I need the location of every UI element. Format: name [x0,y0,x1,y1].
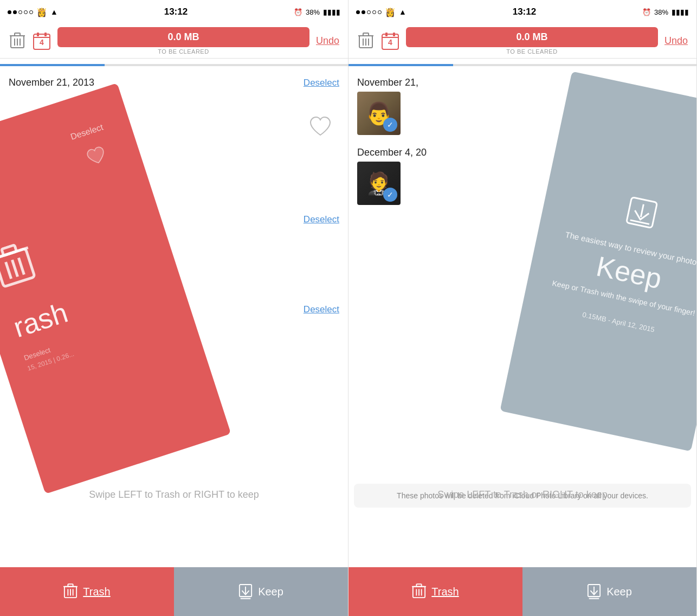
wifi-icon-right: ▲ [399,8,406,16]
signal-dots [8,10,33,14]
bottom-bar-left: Trash Keep [0,567,348,616]
trash-icon-toolbar-right[interactable] [357,31,375,51]
svg-rect-34 [385,33,388,36]
princess-emoji-right: 👸 [385,7,396,17]
keep-button-right[interactable]: Keep [522,567,696,616]
dot-4 [24,10,28,14]
dot-5 [29,10,33,14]
calendar-badge-left[interactable]: 4 [33,32,51,50]
wifi-icon: ▲ [50,8,58,16]
svg-line-15 [18,258,24,274]
status-right-right: ⏰ 38% ▮▮▮▮ [642,8,689,16]
keep-button-left[interactable]: Keep [174,567,348,616]
keep-btn-label-left: Keep [258,586,283,598]
deselect-link-left-1[interactable]: Deselect [304,78,339,88]
svg-rect-8 [37,33,39,36]
keep-btn-label-right: Keep [606,586,632,598]
trash-button-right[interactable]: Trash [348,567,522,616]
status-bar-left: 👸 ▲ 13:12 ⏰ 38% ▮▮▮▮ [0,0,348,24]
status-bar-right: 👸 ▲ 13:12 ⏰ 38% ▮▮▮▮ [348,0,696,24]
progress-bar-container-right [348,64,696,66]
heart-area [309,115,332,140]
calendar-num-left: 4 [40,37,44,46]
svg-rect-9 [44,33,47,36]
dot-r4 [372,10,376,14]
trash-button-left[interactable]: Trash [0,567,174,616]
date-section-left: November 21, 2013 Deselect [0,72,348,92]
svg-rect-12 [2,245,17,256]
svg-line-14 [12,260,17,277]
keep-download-icon [621,193,661,239]
main-content-right: November 21, ✓ December 4, 20 ✓ [348,72,696,567]
card-title-left: rash [9,296,72,344]
battery-text: 38% [306,8,320,16]
swipe-deselect: Deselect [69,123,105,142]
battery-icon-right: ▮▮▮▮ [672,8,689,16]
svg-line-13 [6,262,11,279]
dot-r1 [356,10,360,14]
progress-area-left [0,59,348,72]
progress-bar-container-left [0,64,348,66]
swipe-hint-right: Swipe LEFT to Trash or RIGHT to keep [348,477,696,513]
svg-rect-18 [68,584,73,587]
check-circle-2: ✓ [383,188,397,202]
left-phone-panel: 👸 ▲ 13:12 ⏰ 38% ▮▮▮▮ [0,0,348,616]
right-phone-panel: 👸 ▲ 13:12 ⏰ 38% ▮▮▮▮ [348,0,697,616]
calendar-badge-right[interactable]: 4 [381,32,399,50]
dot-1 [8,10,11,14]
undo-btn-left[interactable]: Undo [316,35,339,47]
swipe-card-left[interactable]: Deselect rash Des [0,83,231,494]
mb-button-right[interactable]: 0.0 MB [406,27,658,47]
princess-emoji: 👸 [36,7,47,17]
check-circle-1: ✓ [383,118,397,132]
card-title-row: rash [9,296,72,344]
status-time-right: 13:12 [513,7,536,17]
battery-text-right: 38% [654,8,668,16]
dot-r3 [367,10,371,14]
to-be-cleared-left: TO BE CLEARED [57,48,309,55]
toolbar-right: 4 0.0 MB TO BE CLEARED Undo [348,24,696,59]
status-right-left: ⏰ 38% ▮▮▮▮ [294,8,340,16]
bottom-bar-right: Trash Keep [348,567,696,616]
svg-rect-2 [15,33,20,36]
mb-wrapper-left: 0.0 MB TO BE CLEARED [57,27,309,55]
photo-thumb-man: ✓ [357,92,401,135]
photo-thumb-laughing: ✓ [357,162,401,205]
alarm-icon: ⏰ [294,8,302,16]
keep-date: 0.15MB - April 12, 2015 [582,311,655,334]
progress-bar-fill-left [0,64,105,66]
undo-btn-right[interactable]: Undo [664,35,688,47]
battery-icon: ▮▮▮▮ [323,8,340,16]
svg-rect-35 [393,33,395,36]
svg-line-37 [641,204,643,217]
date-label-left-1: November 21, 2013 [9,77,94,88]
status-time-left: 13:12 [164,7,188,17]
signal-dots-right [356,10,382,14]
mb-wrapper-right: 0.0 MB TO BE CLEARED [406,27,658,55]
svg-rect-41 [417,584,422,587]
card-heart [85,145,109,169]
card-trash-icon [0,240,42,303]
dot-3 [18,10,22,14]
progress-bar-fill-right [348,64,453,66]
to-be-cleared-right: TO BE CLEARED [406,48,658,55]
main-content-left: November 21, 2013 Deselect Deselect [0,72,348,567]
svg-rect-28 [363,33,369,36]
dot-r2 [362,10,365,14]
dot-2 [13,10,17,14]
alarm-icon-right: ⏰ [642,8,651,16]
deselect-link-left-3[interactable]: Deselect [304,304,339,315]
date-label-right-1: November 21, [357,77,418,88]
calendar-num-right: 4 [388,37,392,46]
trash-btn-label-left: Trash [83,586,110,598]
mb-button-left[interactable]: 0.0 MB [57,27,309,47]
date-label-right-2: December 4, 20 [357,147,427,158]
status-left-right: 👸 ▲ [356,7,406,17]
deselect-link-left-2[interactable]: Deselect [304,214,339,225]
status-left: 👸 ▲ [8,7,58,17]
toolbar-left: 4 0.0 MB TO BE CLEARED Undo [0,24,348,59]
progress-area-right [348,59,696,72]
trash-btn-label-right: Trash [431,586,459,598]
dot-r5 [378,10,382,14]
trash-icon-toolbar-left[interactable] [9,31,26,51]
